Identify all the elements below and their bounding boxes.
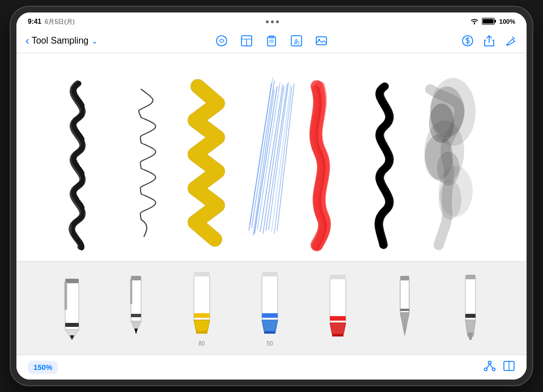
svg-point-64 — [485, 368, 487, 371]
pencil-icon — [60, 273, 84, 341]
clipboard-icon[interactable] — [265, 34, 278, 48]
svg-rect-58 — [465, 278, 476, 320]
svg-rect-35 — [131, 314, 141, 317]
dollar-icon[interactable] — [461, 34, 474, 48]
status-right: 100% — [470, 18, 515, 26]
toolbar: ‹ Tool Sampling ⌄ — [16, 28, 527, 53]
fountain-pen-icon — [393, 273, 417, 341]
brush-stroke-3 — [195, 87, 218, 240]
time: 9:41 — [28, 18, 41, 25]
brush-icon — [457, 273, 483, 341]
marker-yellow-icon — [188, 270, 215, 338]
status-left: 9:41 6月5日(月) — [28, 18, 75, 26]
brush-stroke-7 — [425, 78, 476, 245]
wifi-icon — [470, 18, 479, 25]
toolbar-right — [397, 34, 517, 48]
toolbar-center: あ — [151, 34, 392, 48]
svg-rect-62 — [465, 275, 476, 279]
svg-rect-56 — [400, 276, 409, 280]
doc-title[interactable]: Tool Sampling ⌄ — [32, 36, 99, 46]
tool-fountain-pen[interactable] — [393, 273, 417, 343]
tool-fineliner[interactable] — [125, 273, 147, 343]
svg-rect-49 — [330, 316, 346, 321]
svg-line-66 — [487, 364, 490, 368]
ipad-frame: 9:41 6月5日(月) — [11, 7, 532, 385]
marker-red-icon — [324, 273, 351, 341]
marker-yellow-label: 80 — [198, 340, 205, 347]
svg-rect-51 — [332, 334, 343, 336]
toolbar-left: ‹ Tool Sampling ⌄ — [26, 34, 146, 47]
battery-pct: 100% — [499, 18, 515, 25]
battery-icon — [482, 18, 497, 26]
svg-rect-30 — [65, 279, 79, 283]
svg-point-3 — [217, 36, 227, 46]
text-icon[interactable]: あ — [290, 34, 303, 48]
brush-stroke-1 — [72, 84, 84, 248]
ipad-screen: 9:41 6月5日(月) — [16, 12, 527, 380]
network-icon[interactable] — [483, 360, 496, 375]
brush-stroke-4 — [249, 78, 294, 236]
brush-canvas — [16, 53, 527, 261]
svg-rect-29 — [65, 323, 79, 327]
brush-stroke-5 — [313, 87, 326, 247]
tool-marker-yellow[interactable]: 80 — [188, 270, 215, 347]
tool-marker-blue[interactable]: 50 — [256, 270, 283, 347]
bottom-right-icons — [483, 360, 515, 375]
svg-rect-52 — [330, 275, 346, 279]
canvas-area — [16, 53, 527, 261]
svg-rect-13 — [316, 37, 326, 45]
marker-blue-icon — [256, 270, 283, 338]
tool-marker-red[interactable] — [324, 273, 351, 343]
brush-stroke-2 — [139, 90, 156, 237]
status-center-dots — [266, 20, 279, 23]
svg-marker-45 — [262, 320, 278, 331]
image-icon[interactable] — [315, 34, 328, 48]
svg-rect-36 — [131, 276, 141, 280]
svg-rect-26 — [65, 282, 79, 330]
svg-rect-39 — [194, 313, 210, 318]
doc-title-text: Tool Sampling — [32, 36, 89, 46]
svg-rect-53 — [400, 279, 409, 313]
svg-rect-37 — [130, 279, 132, 304]
svg-rect-47 — [262, 272, 278, 276]
date: 6月5日(月) — [45, 18, 75, 26]
svg-point-63 — [489, 361, 491, 364]
svg-point-14 — [319, 39, 320, 40]
dropdown-arrow[interactable]: ⌄ — [91, 36, 98, 45]
share-icon[interactable] — [482, 34, 496, 48]
annotation-icon[interactable] — [215, 34, 228, 48]
svg-line-67 — [490, 364, 493, 368]
fineliner-icon — [125, 273, 147, 341]
svg-point-65 — [493, 368, 495, 371]
status-bar: 9:41 6月5日(月) — [16, 12, 527, 28]
svg-rect-46 — [264, 331, 275, 334]
bottom-bar: 150% — [16, 355, 527, 380]
svg-rect-2 — [482, 19, 493, 23]
marker-blue-label: 50 — [266, 340, 273, 347]
tool-brush[interactable] — [457, 273, 483, 343]
layout-icon[interactable] — [240, 34, 253, 48]
tool-palette: 80 50 — [16, 261, 527, 355]
svg-marker-61 — [468, 333, 473, 340]
svg-rect-44 — [262, 313, 278, 318]
svg-rect-1 — [494, 20, 496, 23]
zoom-badge[interactable]: 150% — [28, 361, 58, 374]
svg-rect-42 — [194, 272, 210, 276]
split-icon[interactable] — [503, 360, 515, 375]
back-button[interactable]: ‹ — [26, 34, 29, 47]
svg-marker-40 — [194, 320, 210, 331]
tool-pencil[interactable] — [60, 273, 84, 343]
svg-rect-31 — [65, 282, 67, 310]
svg-rect-57 — [400, 309, 409, 311]
brush-stroke-6 — [378, 87, 390, 245]
svg-text:あ: あ — [294, 38, 300, 45]
svg-marker-34 — [134, 329, 138, 334]
svg-marker-50 — [330, 323, 346, 334]
svg-rect-59 — [465, 314, 476, 318]
edit-icon[interactable] — [504, 34, 517, 48]
svg-rect-41 — [196, 331, 207, 334]
